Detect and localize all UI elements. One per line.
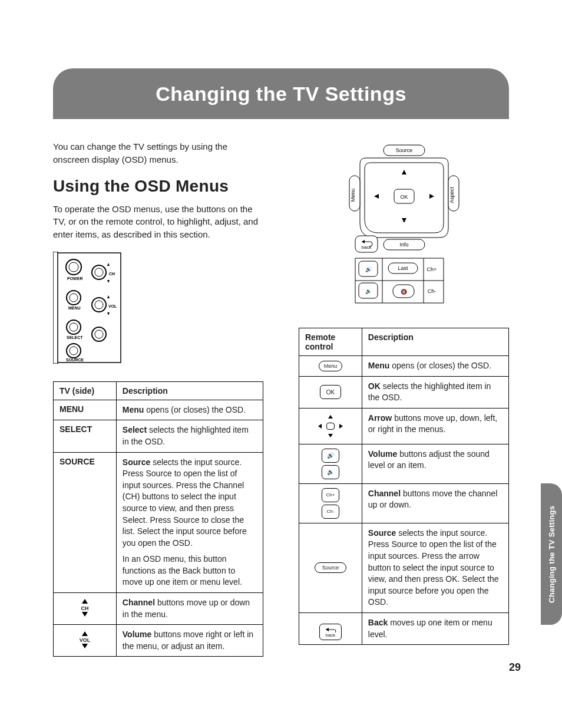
svg-point-19 — [70, 323, 78, 331]
svg-point-12 — [92, 298, 106, 312]
tv-side-table: TV (side) Description MENU Menu opens (o… — [53, 381, 263, 657]
svg-point-11 — [70, 294, 78, 302]
table-row: CH Channel buttons move up or down in th… — [54, 593, 263, 625]
svg-point-24 — [70, 347, 78, 355]
channel-updown-icon: CH — [59, 599, 110, 618]
svg-point-23 — [67, 344, 81, 358]
ok-button-icon: OK — [320, 385, 341, 399]
table-row: VOL Volume buttons move right or left in… — [54, 625, 263, 657]
section-heading: Using the OSD Menus — [53, 177, 263, 196]
intro-text: You can change the TV settings by using … — [53, 140, 263, 166]
svg-marker-6 — [107, 263, 110, 266]
svg-text:Ch+: Ch+ — [427, 266, 437, 272]
menu-button-icon: Menu — [319, 361, 343, 371]
table-row: 🔊 🔉 Volume buttons adjust the sound leve… — [299, 444, 509, 483]
svg-marker-14 — [107, 295, 110, 298]
svg-text:Last: Last — [398, 265, 408, 271]
svg-text:SOURCE: SOURCE — [66, 358, 84, 362]
svg-point-3 — [69, 262, 78, 272]
svg-marker-36 — [374, 194, 379, 199]
remote-table-header-left: Remote control — [299, 328, 362, 356]
volume-buttons-icon: 🔊 🔉 — [305, 449, 356, 479]
svg-marker-15 — [107, 312, 110, 315]
table-row: Ch+ Ch- Channel buttons move the channel… — [299, 483, 509, 523]
svg-text:back: back — [361, 245, 372, 250]
svg-point-21 — [95, 330, 103, 338]
svg-point-10 — [67, 291, 81, 305]
remote-table-header-right: Description — [362, 328, 508, 356]
svg-text:Menu: Menu — [350, 189, 356, 202]
section-paragraph: To operate the OSD menus, use the button… — [53, 203, 263, 241]
back-button-icon: back — [319, 624, 342, 640]
svg-text:POWER: POWER — [67, 276, 82, 281]
remote-control-diagram: Source Menu Aspect OK — [299, 140, 509, 311]
svg-point-5 — [95, 268, 103, 276]
table-row: OK OK selects the highlighted item in th… — [299, 376, 509, 408]
table-row: MENU Menu opens (or closes) the OSD. — [54, 400, 263, 420]
table-row: Arrow buttons move up, down, left, or ri… — [299, 408, 509, 444]
table-row: SOURCE Source selects the input source. … — [54, 452, 263, 593]
page-number: 29 — [509, 661, 521, 674]
tv-table-header-left: TV (side) — [54, 381, 117, 400]
svg-text:SELECT: SELECT — [67, 335, 83, 340]
left-column: You can change the TV settings by using … — [53, 140, 263, 681]
svg-point-18 — [67, 320, 81, 334]
table-row: back Back moves up one item or menu leve… — [299, 612, 509, 644]
source-button-icon: Source — [315, 562, 346, 573]
content-area: You can change the TV settings by using … — [53, 140, 509, 681]
svg-marker-56 — [326, 628, 329, 631]
tv-table-header-right: Description — [116, 381, 263, 400]
page-title-banner: Changing the TV Settings — [53, 68, 509, 119]
svg-text:OK: OK — [400, 194, 408, 200]
svg-text:Ch-: Ch- — [427, 288, 436, 294]
channel-buttons-icon: Ch+ Ch- — [305, 488, 356, 519]
tv-side-panel-diagram: POWER CH MENU VOL SELECT — [53, 252, 263, 366]
svg-text:🔉: 🔉 — [365, 288, 372, 295]
svg-marker-37 — [429, 194, 434, 199]
svg-text:CH: CH — [109, 272, 115, 276]
table-row: Source Source selects the input source. … — [299, 523, 509, 612]
remote-control-table: Remote control Description Menu Menu ope… — [299, 328, 509, 645]
svg-text:🔊: 🔊 — [365, 266, 372, 273]
svg-point-2 — [66, 259, 81, 275]
svg-text:🔇: 🔇 — [400, 288, 407, 295]
svg-point-13 — [95, 301, 103, 309]
svg-text:Aspect: Aspect — [449, 187, 455, 203]
svg-text:MENU: MENU — [68, 306, 81, 310]
svg-point-4 — [92, 265, 106, 279]
svg-rect-1 — [53, 252, 58, 364]
svg-marker-35 — [402, 218, 406, 223]
page-title: Changing the TV Settings — [156, 83, 406, 106]
table-row: SELECT Select selects the highlighted it… — [54, 420, 263, 452]
svg-text:Source: Source — [395, 147, 412, 153]
volume-updown-icon: VOL — [59, 631, 110, 650]
arrow-buttons-icon — [305, 413, 356, 440]
table-row: Menu Menu opens (or closes) the OSD. — [299, 356, 509, 377]
right-column: Source Menu Aspect OK — [299, 140, 509, 681]
svg-point-20 — [92, 327, 106, 341]
svg-marker-34 — [402, 170, 406, 174]
svg-marker-7 — [107, 280, 110, 283]
svg-text:Info: Info — [399, 242, 408, 248]
svg-text:VOL: VOL — [108, 304, 117, 308]
side-tab: Changing the TV Settings — [541, 483, 562, 625]
side-tab-label: Changing the TV Settings — [547, 505, 556, 602]
